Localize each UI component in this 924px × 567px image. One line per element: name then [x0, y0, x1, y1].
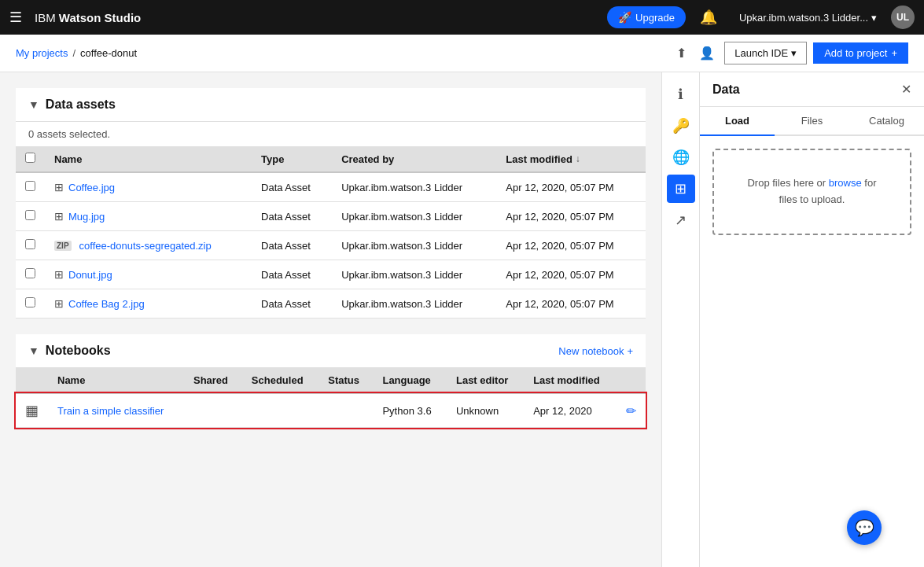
file-name-link[interactable]: Donut.jpg — [68, 269, 112, 281]
row-checkbox-cell — [16, 172, 45, 202]
table-row: ⊞ Coffee.jpg Data Asset Upkar.ibm.watson… — [16, 172, 646, 202]
th-nb-icon — [16, 368, 48, 393]
th-checkbox — [16, 146, 45, 172]
th-nb-actions — [617, 368, 646, 393]
panel-close-button[interactable]: ✕ — [901, 82, 911, 97]
notebooks-section: ▼ Notebooks New notebook + Name Shared S… — [16, 334, 646, 428]
tab-catalog[interactable]: Catalog — [849, 107, 924, 136]
th-nb-scheduled: Scheduled — [242, 368, 318, 393]
nb-shared-cell — [184, 393, 242, 428]
breadcrumb-my-projects[interactable]: My projects — [16, 47, 68, 59]
th-nb-language: Language — [373, 368, 447, 393]
row-checkbox[interactable] — [25, 239, 35, 249]
th-created-by: Created by — [332, 146, 496, 172]
row-created-by-cell: Upkar.ibm.watson.3 Lidder — [332, 260, 496, 289]
file-name-link[interactable]: Coffee Bag 2.jpg — [68, 298, 145, 310]
info-panel-button[interactable]: ℹ — [667, 80, 695, 109]
icon-strip: ℹ 🔑 🌐 ⊞ ↗ — [661, 72, 699, 567]
globe-panel-button[interactable]: 🌐 — [667, 143, 695, 171]
nb-name-cell: Train a simple classifier — [48, 393, 184, 428]
menu-icon[interactable]: ☰ — [9, 9, 22, 26]
nb-status-cell — [318, 393, 373, 428]
browse-link[interactable]: browse — [829, 177, 862, 189]
sort-icon: ↓ — [576, 153, 580, 164]
row-checkbox-cell — [16, 289, 45, 318]
file-icon: ⊞ — [54, 268, 64, 281]
notebooks-collapse-icon[interactable]: ▼ — [28, 344, 39, 357]
row-last-modified-cell: Apr 12, 2020, 05:07 PM — [496, 289, 646, 318]
row-type-cell: Data Asset — [252, 231, 332, 260]
row-type-cell: Data Asset — [252, 172, 332, 202]
notebook-name-link[interactable]: Train a simple classifier — [57, 405, 164, 417]
collapse-icon[interactable]: ▼ — [28, 98, 39, 111]
th-nb-name: Name — [48, 368, 184, 393]
table-row: ⊞ Coffee Bag 2.jpg Data Asset Upkar.ibm.… — [16, 289, 646, 318]
th-nb-last-editor: Last editor — [447, 368, 524, 393]
chat-fab[interactable]: 💬 — [847, 510, 882, 545]
row-created-by-cell: Upkar.ibm.watson.3 Lidder — [332, 202, 496, 231]
breadcrumb-separator: / — [72, 47, 75, 59]
row-checkbox-cell — [16, 260, 45, 289]
new-notebook-button[interactable]: New notebook + — [558, 345, 633, 357]
right-sidebar: ℹ 🔑 🌐 ⊞ ↗ Data ✕ Load Files Catalog — [661, 72, 924, 567]
panel-tabs: Load Files Catalog — [700, 107, 924, 136]
breadcrumb-current-project: coffee-donut — [80, 47, 137, 59]
row-checkbox-cell — [16, 202, 45, 231]
row-name-cell: ⊞ Mug.jpg — [45, 202, 252, 231]
row-type-cell: Data Asset — [252, 260, 332, 289]
assets-count: 0 assets selected. — [16, 122, 646, 146]
row-last-modified-cell: Apr 12, 2020, 05:07 PM — [496, 231, 646, 260]
data-assets-header: ▼ Data assets — [16, 88, 646, 122]
row-last-modified-cell: Apr 12, 2020, 05:07 PM — [496, 202, 646, 231]
account-menu[interactable]: Upkar.ibm.watson.3 Lidder... ▾ — [739, 12, 877, 24]
row-checkbox[interactable] — [25, 181, 35, 191]
row-created-by-cell: Upkar.ibm.watson.3 Lidder — [332, 289, 496, 318]
add-collaborator-button[interactable]: 👤 — [696, 42, 718, 64]
row-name-cell: ZIP coffee-donuts-segregated.zip — [45, 231, 252, 260]
key-panel-button[interactable]: 🔑 — [667, 112, 695, 140]
zip-badge: ZIP — [54, 241, 72, 251]
file-name-link[interactable]: coffee-donuts-segregated.zip — [79, 240, 212, 252]
tab-files[interactable]: Files — [775, 107, 849, 136]
tab-load[interactable]: Load — [700, 107, 775, 136]
data-assets-table: Name Type Created by Last modified↓ — [16, 146, 646, 318]
notebooks-header: ▼ Notebooks New notebook + — [16, 334, 646, 368]
row-checkbox[interactable] — [25, 210, 35, 220]
th-type: Type — [252, 146, 332, 172]
notebooks-table: Name Shared Scheduled Status Language La… — [16, 368, 646, 428]
edit-icon[interactable]: ✏ — [626, 404, 636, 418]
file-name-link[interactable]: Coffee.jpg — [68, 182, 115, 193]
row-created-by-cell: Upkar.ibm.watson.3 Lidder — [332, 231, 496, 260]
row-checkbox-cell — [16, 231, 45, 260]
upload-button[interactable]: ⬆ — [673, 42, 690, 64]
row-checkbox[interactable] — [25, 268, 35, 278]
upgrade-button[interactable]: 🚀 Upgrade — [607, 6, 686, 28]
launch-ide-button[interactable]: Launch IDE ▾ — [724, 42, 807, 64]
table-row: ZIP coffee-donuts-segregated.zip Data As… — [16, 231, 646, 260]
content-area: ▼ Data assets 0 assets selected. Name — [0, 72, 661, 567]
bell-icon[interactable]: 🔔 — [700, 9, 717, 26]
th-name: Name — [45, 146, 252, 172]
row-type-cell: Data Asset — [252, 289, 332, 318]
upload-zone[interactable]: Drop files here or browse forfiles to up… — [712, 149, 911, 235]
avatar[interactable]: UL — [891, 6, 915, 29]
row-type-cell: Data Asset — [252, 202, 332, 231]
panel-header: Data ✕ — [700, 72, 924, 107]
rocket-icon: 🚀 — [618, 11, 631, 24]
nb-last-modified-cell: Apr 12, 2020 — [524, 393, 617, 428]
row-name-cell: ⊞ Coffee Bag 2.jpg — [45, 289, 252, 318]
file-icon: ⊞ — [54, 297, 64, 310]
data-panel: Data ✕ Load Files Catalog Drop files her… — [699, 72, 924, 567]
data-assets-section: ▼ Data assets 0 assets selected. Name — [16, 88, 646, 318]
arrow-panel-button[interactable]: ↗ — [667, 206, 695, 234]
th-nb-status: Status — [318, 368, 373, 393]
row-name-cell: ⊞ Coffee.jpg — [45, 172, 252, 202]
select-all-checkbox[interactable] — [25, 153, 35, 163]
th-nb-last-modified: Last modified — [524, 368, 617, 393]
row-checkbox[interactable] — [25, 297, 35, 307]
file-name-link[interactable]: Mug.jpg — [68, 211, 105, 223]
secondary-navigation: My projects / coffee-donut ⬆ 👤 Launch ID… — [0, 35, 924, 72]
add-to-project-button[interactable]: Add to project + — [813, 42, 908, 64]
data-panel-button[interactable]: ⊞ — [667, 175, 695, 203]
panel-title: Data — [712, 83, 740, 97]
